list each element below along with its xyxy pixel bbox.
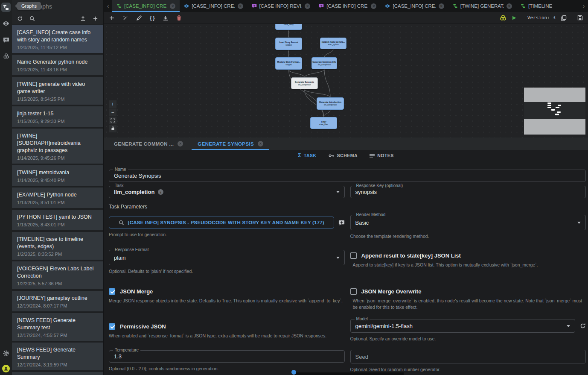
list-item[interactable]: [CASE_INFO] Create case info with story …: [12, 25, 103, 53]
close-icon[interactable]: ×: [506, 3, 512, 9]
json-braces-icon[interactable]: { }: [150, 15, 155, 21]
refresh-models-icon[interactable]: [580, 323, 586, 329]
list-item[interactable]: [TWINE] metroidvania 1/14/2025, 9:45:40 …: [12, 165, 103, 186]
notes-lines-icon: [370, 154, 375, 158]
node-tab[interactable]: GENERATE SYNOPSIS ×: [192, 138, 269, 150]
list-item[interactable]: [NEWS FEED] Generate Summary 12/17/2024,…: [12, 343, 103, 370]
horizontal-scrollbar[interactable]: [294, 372, 404, 375]
graph-canvas[interactable]: state_rekey Load Story Format snippet ra…: [104, 24, 588, 138]
list-item[interactable]: jinja tester 1-15 1/15/2025, 9:29:33 PM: [12, 106, 103, 127]
toolbar-divider: [522, 15, 522, 21]
run-play-icon[interactable]: [512, 15, 517, 21]
list-item[interactable]: [CASE_INFO] Create case info with story …: [12, 372, 103, 375]
graph-node[interactable]: Load Story Format snippet: [275, 38, 302, 50]
graph-timestamp: 1/14/2025, 9:45:26 PM: [17, 155, 98, 161]
close-icon[interactable]: ×: [371, 3, 376, 9]
download-icon[interactable]: [163, 15, 169, 21]
close-icon[interactable]: ×: [170, 3, 175, 9]
task-select-value: llm_completion: [114, 189, 154, 195]
graph-tab[interactable]: [CASE INFO] CRE... ×: [314, 0, 381, 12]
tabs-scroll-right-icon[interactable]: ›: [579, 0, 588, 12]
close-icon[interactable]: ×: [305, 3, 310, 9]
fit-view-icon[interactable]: [109, 117, 116, 124]
graph-tab[interactable]: [CASE_INFO] CRE... ×: [381, 0, 448, 12]
graph-node[interactable]: random name genera... exec_python: [320, 38, 346, 49]
eye-nav-icon[interactable]: [1, 19, 11, 28]
list-item[interactable]: [PYTHON TEST] yaml to JSON 1/13/2025, 8:…: [12, 210, 103, 230]
list-item[interactable]: [NEWS FEED] Generate Summary test 12/17/…: [12, 313, 103, 341]
copy-icon[interactable]: [561, 15, 567, 21]
add-prompt-comment-icon[interactable]: [338, 220, 345, 226]
graph-node[interactable]: Generate Common Info llm_completion: [311, 57, 337, 69]
save-icon[interactable]: [577, 15, 583, 21]
graph-node[interactable]: state_rekey: [275, 24, 302, 30]
graph-node[interactable]: Mystery Style Format... snippet: [275, 57, 302, 70]
permissive-json-checkbox[interactable]: [109, 323, 115, 330]
response-format-select[interactable]: Response Format plain: [109, 250, 345, 265]
list-item[interactable]: [VOICEGEN] Eleven Labs Label Correction …: [12, 261, 103, 289]
graph-node[interactable]: Generate Synopsis llm_completion: [291, 77, 318, 89]
temperature-field[interactable]: Temperature 1.3: [109, 350, 345, 363]
prompt-select-button[interactable]: [CASE INFO] SYNOPSIS - PSEUDOCODE WITH S…: [109, 217, 334, 229]
panel-resize-handle[interactable]: [291, 370, 296, 375]
node-tab[interactable]: GENERATE COMMON ... ×: [108, 138, 189, 150]
tab-label: [TWINE] GENERAT...: [460, 3, 504, 9]
tab-schema[interactable]: SCHEMA: [329, 153, 358, 158]
close-icon[interactable]: ×: [178, 141, 183, 146]
edit-pencil-icon[interactable]: [136, 15, 142, 21]
list-item[interactable]: [TWINE] generate with video game writer …: [12, 77, 103, 105]
list-item[interactable]: [JOURNEY] gameplay outline 12/19/2024, 8…: [12, 291, 103, 311]
list-item[interactable]: [TWINE][SUBGRAPH]metroidvania graphviz t…: [12, 129, 103, 164]
refresh-icon[interactable]: [17, 16, 23, 21]
graph-tab[interactable]: [CASE_INFO] CRE... ×: [112, 0, 180, 12]
temperature-value: 1.3: [114, 353, 122, 360]
lock-icon[interactable]: [109, 125, 116, 132]
graphs-nav-icon[interactable]: [1, 3, 11, 12]
render-method-select[interactable]: Render Method Basic: [350, 215, 586, 230]
zoom-in-icon[interactable]: +: [109, 100, 116, 108]
close-icon[interactable]: ×: [439, 3, 444, 9]
temperature-label: Temperature: [113, 348, 140, 352]
pipelines-nav-icon[interactable]: [1, 51, 11, 61]
info-icon[interactable]: i: [158, 189, 163, 195]
graph-tab[interactable]: [TWINE] GENERAT... ×: [448, 0, 516, 12]
list-item[interactable]: [TIMELINE] case to timeline (events, edg…: [12, 232, 103, 260]
tab-task[interactable]: Σ TASK: [298, 152, 317, 158]
append-result-checkbox[interactable]: [350, 252, 357, 259]
response-key-field[interactable]: Response Key (optional) synopsis: [350, 186, 586, 198]
graph-tab[interactable]: [TIMELINE ×: [516, 0, 579, 12]
name-field[interactable]: Name Generate Synopsis: [109, 170, 586, 182]
model-select[interactable]: Model gemini/gemini-1.5-flash: [350, 319, 576, 333]
temperature-helper: Optional (0.0 - 2.0); controls randomnes…: [109, 366, 345, 372]
comment-tab-icon: [252, 3, 257, 9]
task-select[interactable]: Task llm_completion i: [109, 186, 345, 198]
add-graph-icon[interactable]: [93, 16, 98, 21]
graph-tab[interactable]: [CASE INFO] REVI... ×: [247, 0, 315, 12]
delete-trash-icon[interactable]: [176, 15, 182, 21]
json-merge-checkbox[interactable]: [109, 288, 115, 295]
tabs-scroll-left-icon[interactable]: ‹: [104, 0, 112, 12]
zoom-out-icon[interactable]: −: [109, 108, 116, 116]
upload-icon[interactable]: [80, 16, 86, 21]
user-avatar[interactable]: [2, 365, 10, 372]
prompts-nav-icon[interactable]: [1, 35, 11, 44]
search-icon[interactable]: [29, 16, 35, 21]
knot-icon[interactable]: [500, 15, 506, 21]
tab-notes[interactable]: NOTES: [370, 153, 394, 158]
auto-layout-wand-icon[interactable]: [122, 15, 128, 21]
seed-field[interactable]: Seed: [350, 350, 586, 363]
graph-timestamp: 1/13/2025, 8:43:01 PM: [17, 222, 98, 227]
list-item[interactable]: Name Generator python node 1/20/2025, 11…: [12, 55, 103, 75]
graph-tab[interactable]: [CASE_INFO] CRE... ×: [180, 0, 247, 12]
graph-node[interactable]: Generate Introduction llm_completion: [317, 97, 344, 110]
graph-node[interactable]: Filter state_filter: [310, 117, 337, 129]
graphs-sidebar: Graphs Graphs [CASE_INFO] Create case in…: [12, 0, 104, 375]
minimap[interactable]: [524, 88, 585, 135]
settings-gear-icon[interactable]: [1, 349, 11, 358]
json-merge-overwrite-checkbox[interactable]: [350, 288, 357, 295]
close-icon[interactable]: ×: [238, 3, 243, 9]
close-icon[interactable]: ×: [258, 141, 263, 146]
add-node-icon[interactable]: [109, 15, 115, 21]
list-item[interactable]: [EXAMPLE] Python node 1/13/2025, 8:51:01…: [12, 188, 103, 208]
graph-timestamp: 1/15/2025, 9:29:33 PM: [17, 119, 98, 124]
